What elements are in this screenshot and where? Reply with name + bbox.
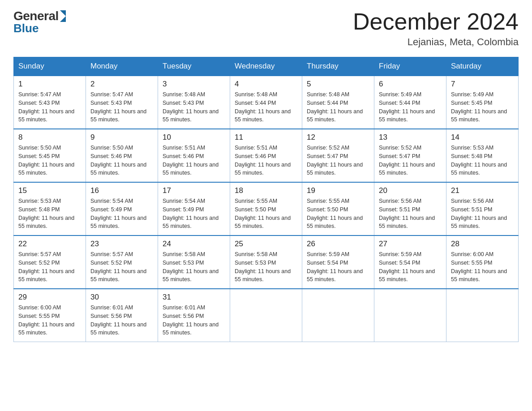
day-info: Sunrise: 5:56 AMSunset: 5:51 PMDaylight:… [379, 197, 442, 231]
col-tuesday: Tuesday [158, 57, 230, 76]
day-info: Sunrise: 5:48 AMSunset: 5:44 PMDaylight:… [307, 90, 369, 124]
table-row: 18Sunrise: 5:55 AMSunset: 5:50 PMDayligh… [230, 182, 302, 235]
day-number: 20 [379, 186, 442, 195]
day-number: 11 [235, 133, 297, 142]
day-info: Sunrise: 5:51 AMSunset: 5:46 PMDaylight:… [235, 144, 297, 177]
day-number: 29 [18, 293, 81, 302]
table-row: 8Sunrise: 5:50 AMSunset: 5:45 PMDaylight… [14, 129, 86, 182]
day-info: Sunrise: 5:54 AMSunset: 5:49 PMDaylight:… [163, 197, 225, 231]
day-number: 21 [451, 186, 514, 195]
day-number: 4 [235, 80, 297, 89]
day-number: 13 [379, 133, 442, 142]
day-number: 22 [18, 240, 81, 248]
table-row: 29Sunrise: 6:00 AMSunset: 5:55 PMDayligh… [14, 289, 86, 342]
day-number: 26 [307, 240, 369, 248]
table-row: 21Sunrise: 5:56 AMSunset: 5:51 PMDayligh… [446, 182, 519, 235]
day-number: 27 [379, 240, 442, 248]
day-info: Sunrise: 5:53 AMSunset: 5:48 PMDaylight:… [451, 144, 514, 177]
col-monday: Monday [86, 57, 158, 76]
calendar-week-row: 15Sunrise: 5:53 AMSunset: 5:48 PMDayligh… [14, 182, 519, 235]
day-info: Sunrise: 5:57 AMSunset: 5:52 PMDaylight:… [90, 250, 153, 284]
day-info: Sunrise: 5:58 AMSunset: 5:53 PMDaylight:… [163, 250, 225, 284]
day-info: Sunrise: 5:52 AMSunset: 5:47 PMDaylight:… [307, 144, 369, 177]
day-number: 8 [18, 133, 81, 142]
day-info: Sunrise: 6:01 AMSunset: 5:56 PMDaylight:… [90, 304, 153, 337]
table-row: 14Sunrise: 5:53 AMSunset: 5:48 PMDayligh… [446, 129, 519, 182]
logo-triangle-icon [60, 10, 66, 22]
table-row: 24Sunrise: 5:58 AMSunset: 5:53 PMDayligh… [158, 235, 230, 289]
location-title: Lejanias, Meta, Colombia [353, 36, 519, 48]
day-number: 24 [163, 240, 225, 248]
day-info: Sunrise: 5:56 AMSunset: 5:51 PMDaylight:… [451, 197, 514, 231]
table-row: 31Sunrise: 6:01 AMSunset: 5:56 PMDayligh… [158, 289, 230, 342]
table-row: 25Sunrise: 5:58 AMSunset: 5:53 PMDayligh… [230, 235, 302, 289]
table-row [374, 289, 446, 342]
table-row: 5Sunrise: 5:48 AMSunset: 5:44 PMDaylight… [302, 76, 374, 129]
table-row: 12Sunrise: 5:52 AMSunset: 5:47 PMDayligh… [302, 129, 374, 182]
col-sunday: Sunday [14, 57, 86, 76]
col-thursday: Thursday [302, 57, 374, 76]
day-number: 19 [307, 186, 369, 195]
day-number: 16 [90, 186, 153, 195]
day-info: Sunrise: 5:49 AMSunset: 5:45 PMDaylight:… [451, 90, 514, 124]
day-number: 9 [90, 133, 153, 142]
day-info: Sunrise: 5:58 AMSunset: 5:53 PMDaylight:… [235, 250, 297, 284]
table-row: 19Sunrise: 5:55 AMSunset: 5:50 PMDayligh… [302, 182, 374, 235]
table-row: 23Sunrise: 5:57 AMSunset: 5:52 PMDayligh… [86, 235, 158, 289]
table-row: 17Sunrise: 5:54 AMSunset: 5:49 PMDayligh… [158, 182, 230, 235]
day-number: 5 [307, 80, 369, 89]
table-row: 6Sunrise: 5:49 AMSunset: 5:44 PMDaylight… [374, 76, 446, 129]
day-number: 7 [451, 80, 514, 89]
day-info: Sunrise: 5:54 AMSunset: 5:49 PMDaylight:… [90, 197, 153, 231]
logo: General Blue [13, 9, 66, 35]
day-number: 3 [163, 80, 225, 89]
day-info: Sunrise: 5:49 AMSunset: 5:44 PMDaylight:… [379, 90, 442, 124]
month-title: December 2024 [353, 9, 519, 34]
day-info: Sunrise: 5:51 AMSunset: 5:46 PMDaylight:… [163, 144, 225, 177]
table-row: 16Sunrise: 5:54 AMSunset: 5:49 PMDayligh… [86, 182, 158, 235]
day-number: 2 [90, 80, 153, 89]
calendar-week-row: 1Sunrise: 5:47 AMSunset: 5:43 PMDaylight… [14, 76, 519, 129]
table-row: 26Sunrise: 5:59 AMSunset: 5:54 PMDayligh… [302, 235, 374, 289]
table-row: 20Sunrise: 5:56 AMSunset: 5:51 PMDayligh… [374, 182, 446, 235]
day-number: 25 [235, 240, 297, 248]
calendar-week-row: 22Sunrise: 5:57 AMSunset: 5:52 PMDayligh… [14, 235, 519, 289]
table-row: 2Sunrise: 5:47 AMSunset: 5:43 PMDaylight… [86, 76, 158, 129]
page-header: General Blue December 2024 Lejanias, Met… [13, 9, 519, 48]
table-row: 30Sunrise: 6:01 AMSunset: 5:56 PMDayligh… [86, 289, 158, 342]
day-number: 18 [235, 186, 297, 195]
day-number: 12 [307, 133, 369, 142]
col-wednesday: Wednesday [230, 57, 302, 76]
calendar-week-row: 8Sunrise: 5:50 AMSunset: 5:45 PMDaylight… [14, 129, 519, 182]
day-info: Sunrise: 5:48 AMSunset: 5:44 PMDaylight:… [235, 90, 297, 124]
day-info: Sunrise: 6:00 AMSunset: 5:55 PMDaylight:… [18, 304, 81, 337]
day-info: Sunrise: 5:59 AMSunset: 5:54 PMDaylight:… [307, 250, 369, 284]
table-row: 28Sunrise: 6:00 AMSunset: 5:55 PMDayligh… [446, 235, 519, 289]
day-info: Sunrise: 5:52 AMSunset: 5:47 PMDaylight:… [379, 144, 442, 177]
day-info: Sunrise: 5:48 AMSunset: 5:43 PMDaylight:… [163, 90, 225, 124]
day-number: 17 [163, 186, 225, 195]
day-info: Sunrise: 5:53 AMSunset: 5:48 PMDaylight:… [18, 197, 81, 231]
day-number: 31 [163, 293, 225, 302]
day-number: 28 [451, 240, 514, 248]
day-info: Sunrise: 5:55 AMSunset: 5:50 PMDaylight:… [235, 197, 297, 231]
calendar-week-row: 29Sunrise: 6:00 AMSunset: 5:55 PMDayligh… [14, 289, 519, 342]
table-row: 10Sunrise: 5:51 AMSunset: 5:46 PMDayligh… [158, 129, 230, 182]
day-info: Sunrise: 5:50 AMSunset: 5:45 PMDaylight:… [18, 144, 81, 177]
table-row: 27Sunrise: 5:59 AMSunset: 5:54 PMDayligh… [374, 235, 446, 289]
day-info: Sunrise: 6:01 AMSunset: 5:56 PMDaylight:… [163, 304, 225, 337]
table-row: 22Sunrise: 5:57 AMSunset: 5:52 PMDayligh… [14, 235, 86, 289]
day-number: 14 [451, 133, 514, 142]
calendar-table: Sunday Monday Tuesday Wednesday Thursday… [13, 57, 519, 342]
col-saturday: Saturday [446, 57, 519, 76]
table-row [446, 289, 519, 342]
day-number: 10 [163, 133, 225, 142]
table-row: 9Sunrise: 5:50 AMSunset: 5:46 PMDaylight… [86, 129, 158, 182]
day-number: 15 [18, 186, 81, 195]
table-row [230, 289, 302, 342]
table-row: 13Sunrise: 5:52 AMSunset: 5:47 PMDayligh… [374, 129, 446, 182]
day-info: Sunrise: 5:47 AMSunset: 5:43 PMDaylight:… [18, 90, 81, 124]
day-info: Sunrise: 5:59 AMSunset: 5:54 PMDaylight:… [379, 250, 442, 284]
table-row [302, 289, 374, 342]
calendar-header-row: Sunday Monday Tuesday Wednesday Thursday… [14, 57, 519, 76]
